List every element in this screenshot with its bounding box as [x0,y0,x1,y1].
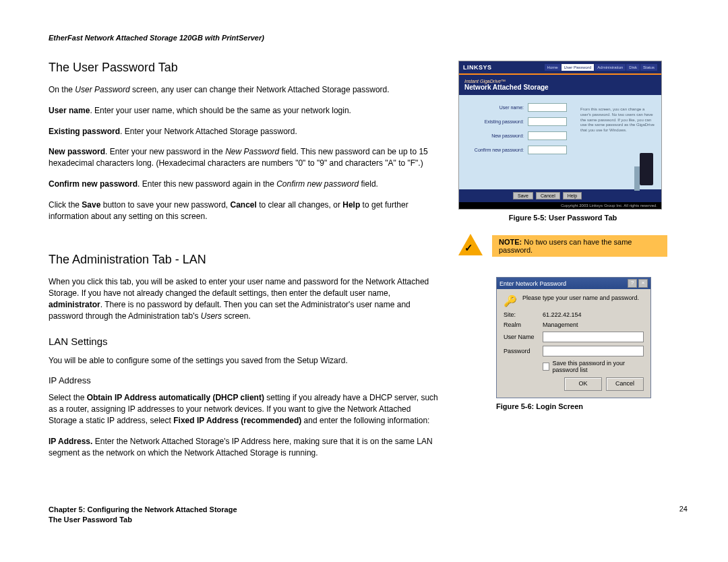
checkmark-icon: ✓ [464,242,473,254]
txt: . Enter your Network Attached Storage pa… [120,127,297,136]
txt: User name [49,106,90,115]
s1-p3: Existing password. Enter your Network At… [49,126,439,137]
txt: screen, any user can change their Networ… [130,85,390,94]
fig55-button-row: Save Cancel Help [459,189,661,202]
txt: New Password [225,147,279,156]
new-password-label: New password: [464,133,528,138]
tab-user-password[interactable]: User Password [562,64,595,71]
note-label: NOTE: [499,238,522,246]
s2-p4: IP Address. Enter the Network Attached S… [49,436,439,459]
txt: On the [49,85,75,94]
txt: When you click this tab, you will be ask… [49,277,429,298]
s1-p5: Confirm new password. Enter this new pas… [49,179,439,190]
txt: to clear all changes, or [257,200,342,210]
password-input[interactable] [543,346,644,356]
txt: Users [201,311,222,321]
txt: . Enter your new password in the [105,147,225,156]
txt: Confirm new password [276,179,359,189]
user-name-input[interactable] [528,103,567,112]
existing-password-input[interactable] [528,117,567,126]
help-button[interactable]: Help [563,192,582,199]
txt: From this screen, you can change a user'… [580,107,655,132]
dialog-title: Enter Network Password [499,280,566,287]
page-number: 24 [679,505,688,524]
password-label: Password [504,348,543,354]
right-column: LINKSYS Home User Password Administratio… [458,61,667,468]
page-footer: Chapter 5: Configuring the Network Attac… [49,505,688,524]
txt: Click the [49,200,82,210]
confirm-password-input[interactable] [528,146,567,154]
fig55-description: From this screen, you can change a user'… [578,95,661,189]
txt: button to save your new password, [100,200,230,210]
note-callout: ✓ NOTE: No two users can have the same p… [458,234,667,258]
txt: Enter the Network Attached Storage's IP … [49,437,433,458]
ip-address-heading: IP Address [49,375,439,385]
s2-p1: When you click this tab, you will be ask… [49,276,439,321]
username-label: User Name [504,334,543,340]
figure-5-6: Enter Network Password ? × 🔑 Please type… [496,277,651,398]
s1-p1: On the User Password screen, any user ca… [49,84,439,96]
txt: User Password [75,85,129,94]
txt: Cancel [231,200,257,210]
realm-value: Management [543,321,578,328]
section2-title: The Administration Tab - LAN [49,253,439,267]
txt: field. [359,179,378,189]
save-password-checkbox[interactable] [543,363,549,371]
product-line: Instant GigaDrive™ [464,79,656,84]
new-password-input[interactable] [528,131,567,140]
txt: Confirm new password [49,179,138,189]
cancel-button[interactable]: Cancel [606,377,644,391]
realm-label: Realm [504,321,543,328]
txt: screen. [222,311,251,321]
footer-chapter: Chapter 5: Configuring the Network Attac… [49,505,237,514]
tab-home[interactable]: Home [545,64,561,71]
key-icon: 🔑 [504,294,517,307]
txt: Save [82,200,100,210]
figure-5-5: LINKSYS Home User Password Administratio… [458,61,662,210]
figure-5-5-caption: Figure 5-5: User Password Tab [458,214,667,222]
site-value: 61.222.42.154 [543,311,582,318]
txt: Help [342,200,360,210]
s2-p2: You will be able to configure some of th… [49,355,439,367]
fig55-footer: Copyright 2003 Linksys Group Inc. All ri… [459,202,661,209]
username-input[interactable] [543,332,644,342]
note-box: NOTE: No two users can have the same pas… [492,235,667,257]
tab-status[interactable]: Status [640,64,657,71]
fig55-subheader: Instant GigaDrive™ Network Attached Stor… [459,73,661,95]
txt: Obtain IP Address automatically (DHCP cl… [87,393,264,402]
txt: Fixed IP Address (recommended) [173,416,301,425]
user-name-label: User name: [464,105,528,110]
txt: . Enter your user name, which should be … [90,106,351,115]
s1-p4: New password. Enter your new password in… [49,146,439,169]
close-icon[interactable]: × [638,279,648,288]
warning-icon: ✓ [458,234,483,258]
dialog-titlebar: Enter Network Password ? × [497,278,650,289]
ok-button[interactable]: OK [564,377,602,391]
doc-header: EtherFast Network Attached Storage 120GB… [49,34,688,42]
product-name: Network Attached Storage [464,84,656,91]
cancel-button[interactable]: Cancel [536,192,560,199]
save-password-label: Save this password in your password list [552,360,644,373]
help-icon[interactable]: ? [628,279,637,288]
s1-p2: User name. Enter your user name, which s… [49,105,439,117]
left-column: The User Password Tab On the User Passwo… [49,61,439,468]
dialog-prompt: Please type your user name and password. [522,294,639,307]
save-button[interactable]: Save [513,192,533,199]
lan-settings-heading: LAN Settings [49,336,439,347]
txt: IP Address. [49,437,92,446]
txt: Select the [49,393,87,402]
footer-sub: The User Password Tab [49,515,237,524]
existing-password-label: Existing password: [464,119,528,124]
fig55-topbar: LINKSYS Home User Password Administratio… [459,61,661,73]
device-illustration [640,153,653,185]
s1-p6: Click the Save button to save your new p… [49,199,439,222]
txt: . Enter this new password again in the [138,179,276,189]
fig55-form: User name: Existing password: New passwo… [459,95,578,189]
section1-title: The User Password Tab [49,61,439,75]
confirm-password-label: Confirm new password: [464,148,528,152]
txt: New password [49,147,105,156]
tab-administration[interactable]: Administration [595,64,626,71]
fig55-tabs: Home User Password Administration Disk S… [545,64,657,71]
txt: and enter the following information: [301,416,429,425]
tab-disk[interactable]: Disk [626,64,640,71]
